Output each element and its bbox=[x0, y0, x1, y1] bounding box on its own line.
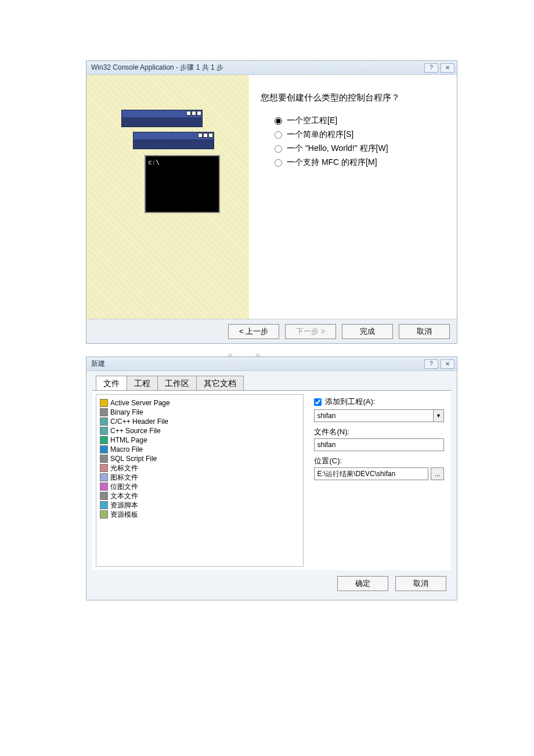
terminal-preview: c:\ bbox=[145, 155, 220, 213]
project-combo-arrow-icon[interactable]: ▼ bbox=[433, 410, 443, 422]
radio-hello-world[interactable]: 一个 "Hello, World!" 程序[W] bbox=[261, 142, 445, 156]
list-item[interactable]: HTML Page bbox=[99, 435, 301, 445]
file-type-icon bbox=[100, 483, 108, 491]
file-type-label: Active Server Page bbox=[110, 398, 170, 408]
file-type-icon bbox=[100, 399, 108, 407]
file-type-icon bbox=[100, 492, 108, 500]
file-type-icon bbox=[100, 427, 108, 435]
list-item[interactable]: 资源模板 bbox=[99, 510, 301, 519]
radio-empty-label: 一个空工程[E] bbox=[287, 116, 337, 126]
filename-input[interactable] bbox=[314, 438, 444, 451]
file-type-label: 资源模板 bbox=[110, 510, 138, 519]
file-type-label: HTML Page bbox=[110, 435, 147, 445]
list-item[interactable]: Macro File bbox=[99, 445, 301, 454]
new-file-dialog: 新建 ? ✕ 文件 工程 工作区 其它文档 Active Server Page… bbox=[86, 357, 457, 600]
radio-simple-program[interactable]: 一个简单的程序[S] bbox=[261, 128, 445, 142]
location-label: 位置(C): bbox=[314, 456, 444, 466]
list-item[interactable]: C++ Source File bbox=[99, 426, 301, 435]
file-type-icon bbox=[100, 510, 108, 519]
new-dialog-title-bar: 新建 ? ✕ bbox=[86, 357, 457, 371]
help-button[interactable]: ? bbox=[424, 63, 438, 73]
file-type-label: Binary File bbox=[110, 408, 143, 417]
browse-button[interactable]: ... bbox=[431, 467, 444, 480]
file-type-label: Macro File bbox=[110, 445, 143, 454]
add-to-project-label: 添加到工程(A): bbox=[325, 397, 375, 407]
file-type-label: C/C++ Header File bbox=[110, 417, 168, 426]
cancel-button[interactable]: 取消 bbox=[399, 324, 450, 339]
project-combo[interactable] bbox=[314, 409, 444, 422]
tab-workspaces[interactable]: 工作区 bbox=[157, 376, 197, 390]
list-item[interactable]: Binary File bbox=[99, 408, 301, 417]
radio-simple-label: 一个简单的程序[S] bbox=[287, 129, 353, 140]
filename-label: 文件名(N): bbox=[314, 427, 444, 437]
file-type-label: 光标文件 bbox=[110, 463, 138, 473]
new-dialog-footer: 确定 取消 bbox=[86, 570, 457, 597]
file-type-icon bbox=[100, 408, 108, 416]
radio-simple-input[interactable] bbox=[275, 131, 282, 139]
new-cancel-button[interactable]: 取消 bbox=[395, 576, 446, 591]
wizard-dialog: Win32 Console Application - 步骤 1 共 1 步 ?… bbox=[86, 60, 457, 344]
back-button[interactable]: < 上一步 bbox=[228, 324, 279, 339]
file-type-icon bbox=[100, 501, 108, 509]
radio-hello-label: 一个 "Hello, World!" 程序[W] bbox=[287, 143, 388, 154]
radio-hello-input[interactable] bbox=[275, 145, 282, 153]
next-button: 下一步 > bbox=[285, 324, 336, 339]
tab-other-docs[interactable]: 其它文档 bbox=[196, 376, 244, 390]
file-type-icon bbox=[100, 464, 108, 472]
new-dialog-title: 新建 bbox=[91, 359, 105, 369]
tab-strip: 文件 工程 工作区 其它文档 bbox=[86, 371, 457, 390]
file-type-label: C++ Source File bbox=[110, 426, 161, 435]
file-type-icon bbox=[100, 445, 108, 453]
radio-mfc-input[interactable] bbox=[275, 159, 282, 167]
wizard-question: 您想要创建什么类型的控制台程序？ bbox=[261, 92, 445, 103]
file-type-label: 文本文件 bbox=[110, 491, 138, 501]
radio-mfc-program[interactable]: 一个支持 MFC 的程序[M] bbox=[261, 156, 445, 170]
wizard-title: Win32 Console Application - 步骤 1 共 1 步 bbox=[91, 63, 223, 73]
list-item[interactable]: 位图文件 bbox=[99, 482, 301, 491]
list-item[interactable]: SQL Script File bbox=[99, 454, 301, 463]
file-type-label: 资源脚本 bbox=[110, 501, 138, 510]
ok-button[interactable]: 确定 bbox=[337, 576, 388, 591]
radio-empty-input[interactable] bbox=[275, 117, 282, 125]
wizard-illustration-panel: c:\ bbox=[86, 75, 249, 319]
tab-files[interactable]: 文件 bbox=[96, 376, 127, 390]
file-type-icon bbox=[100, 473, 108, 481]
file-type-label: SQL Script File bbox=[110, 454, 157, 463]
list-item[interactable]: 文本文件 bbox=[99, 491, 301, 501]
radio-mfc-label: 一个支持 MFC 的程序[M] bbox=[287, 157, 377, 168]
list-item[interactable]: 光标文件 bbox=[99, 463, 301, 473]
new-help-button[interactable]: ? bbox=[424, 359, 438, 369]
list-item[interactable]: 图标文件 bbox=[99, 473, 301, 482]
list-item[interactable]: 资源脚本 bbox=[99, 501, 301, 510]
close-button[interactable]: ✕ bbox=[441, 63, 454, 73]
file-type-list[interactable]: Active Server PageBinary FileC/C++ Heade… bbox=[96, 394, 304, 567]
list-item[interactable]: C/C++ Header File bbox=[99, 417, 301, 426]
finish-button[interactable]: 完成 bbox=[342, 324, 393, 339]
new-file-properties: 添加到工程(A): ▼ 文件名(N): 位置(C): ... bbox=[307, 391, 451, 570]
add-to-project-checkbox[interactable] bbox=[314, 398, 322, 406]
new-close-button[interactable]: ✕ bbox=[441, 359, 454, 369]
file-type-icon bbox=[100, 417, 108, 426]
add-to-project-check[interactable]: 添加到工程(A): bbox=[314, 397, 444, 407]
wizard-footer: < 上一步 下一步 > 完成 取消 bbox=[86, 319, 457, 343]
wizard-options-panel: 您想要创建什么类型的控制台程序？ 一个空工程[E] 一个简单的程序[S] 一个 … bbox=[249, 75, 457, 319]
file-type-label: 位图文件 bbox=[110, 482, 138, 491]
file-type-label: 图标文件 bbox=[110, 473, 138, 482]
console-illustration: c:\ bbox=[121, 110, 214, 214]
list-item[interactable]: Active Server Page bbox=[99, 398, 301, 408]
wizard-title-bar: Win32 Console Application - 步骤 1 共 1 步 ?… bbox=[86, 61, 457, 75]
tab-projects[interactable]: 工程 bbox=[127, 376, 158, 390]
file-type-icon bbox=[100, 455, 108, 463]
location-input[interactable] bbox=[314, 467, 428, 480]
file-type-icon bbox=[100, 436, 108, 444]
radio-empty-project[interactable]: 一个空工程[E] bbox=[261, 114, 445, 128]
